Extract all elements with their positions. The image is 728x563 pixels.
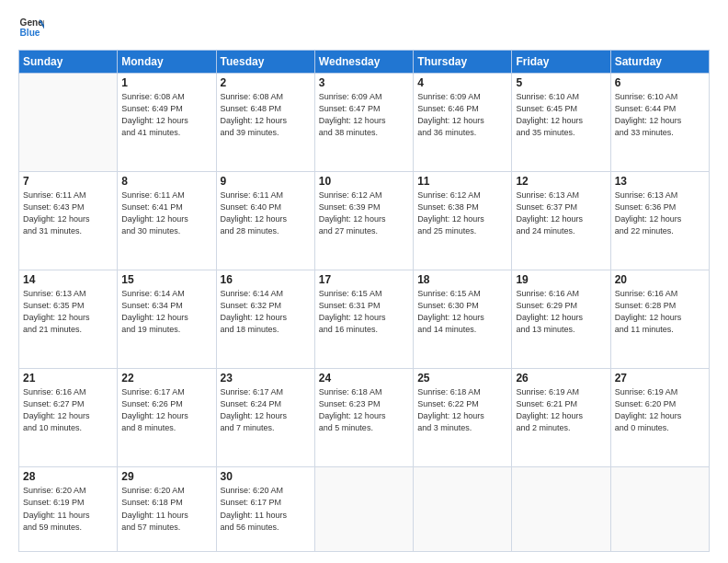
calendar-day-cell: 20Sunrise: 6:16 AMSunset: 6:28 PMDayligh… (610, 270, 709, 369)
calendar-table: SundayMondayTuesdayWednesdayThursdayFrid… (18, 50, 710, 552)
day-info: Sunrise: 6:08 AMSunset: 6:48 PMDaylight:… (221, 91, 311, 139)
day-info: Sunrise: 6:10 AMSunset: 6:44 PMDaylight:… (615, 91, 705, 139)
day-number: 22 (121, 372, 211, 385)
svg-text:General: General (20, 17, 44, 28)
calendar-day-cell: 17Sunrise: 6:15 AMSunset: 6:31 PMDayligh… (314, 270, 413, 369)
calendar-week-row: 14Sunrise: 6:13 AMSunset: 6:35 PMDayligh… (19, 270, 710, 369)
day-info: Sunrise: 6:10 AMSunset: 6:45 PMDaylight:… (516, 91, 606, 139)
day-info: Sunrise: 6:15 AMSunset: 6:31 PMDaylight:… (319, 288, 409, 336)
calendar-day-cell: 29Sunrise: 6:20 AMSunset: 6:18 PMDayligh… (118, 467, 216, 552)
day-number: 17 (319, 273, 409, 286)
calendar-day-cell (314, 467, 413, 552)
day-number: 10 (319, 175, 409, 188)
calendar-day-cell (414, 467, 512, 552)
day-number: 16 (221, 273, 311, 286)
day-info: Sunrise: 6:16 AMSunset: 6:27 PMDaylight:… (23, 386, 113, 434)
day-info: Sunrise: 6:16 AMSunset: 6:29 PMDaylight:… (516, 288, 606, 336)
calendar-week-row: 7Sunrise: 6:11 AMSunset: 6:43 PMDaylight… (19, 172, 710, 270)
day-number: 8 (121, 175, 211, 188)
calendar-day-cell: 6Sunrise: 6:10 AMSunset: 6:44 PMDaylight… (610, 74, 709, 172)
calendar-day-cell: 14Sunrise: 6:13 AMSunset: 6:35 PMDayligh… (19, 270, 118, 369)
calendar-day-cell: 7Sunrise: 6:11 AMSunset: 6:43 PMDaylight… (19, 172, 118, 270)
calendar-weekday-header: Thursday (414, 51, 512, 74)
day-info: Sunrise: 6:17 AMSunset: 6:26 PMDaylight:… (121, 386, 211, 434)
calendar-day-cell: 9Sunrise: 6:11 AMSunset: 6:40 PMDaylight… (216, 172, 314, 270)
calendar-header-row: SundayMondayTuesdayWednesdayThursdayFrid… (19, 51, 710, 74)
calendar-day-cell: 1Sunrise: 6:08 AMSunset: 6:49 PMDaylight… (118, 74, 216, 172)
day-number: 23 (221, 372, 311, 385)
day-info: Sunrise: 6:16 AMSunset: 6:28 PMDaylight:… (615, 288, 705, 336)
day-number: 18 (417, 273, 507, 286)
calendar-weekday-header: Sunday (19, 51, 118, 74)
day-number: 26 (516, 372, 606, 385)
calendar-week-row: 1Sunrise: 6:08 AMSunset: 6:49 PMDaylight… (19, 74, 710, 172)
day-number: 13 (615, 175, 705, 188)
day-info: Sunrise: 6:19 AMSunset: 6:21 PMDaylight:… (516, 386, 606, 434)
calendar-day-cell: 4Sunrise: 6:09 AMSunset: 6:46 PMDaylight… (414, 74, 512, 172)
day-info: Sunrise: 6:08 AMSunset: 6:49 PMDaylight:… (121, 91, 211, 139)
calendar-week-row: 21Sunrise: 6:16 AMSunset: 6:27 PMDayligh… (19, 369, 710, 467)
day-info: Sunrise: 6:12 AMSunset: 6:39 PMDaylight:… (319, 190, 409, 237)
calendar-day-cell (19, 74, 118, 172)
day-number: 1 (121, 76, 211, 89)
day-info: Sunrise: 6:14 AMSunset: 6:34 PMDaylight:… (121, 288, 211, 336)
calendar-day-cell: 5Sunrise: 6:10 AMSunset: 6:45 PMDaylight… (512, 74, 610, 172)
day-info: Sunrise: 6:09 AMSunset: 6:46 PMDaylight:… (417, 91, 507, 139)
page: General Blue SundayMondayTuesdayWednesda… (0, 0, 728, 563)
calendar-day-cell: 25Sunrise: 6:18 AMSunset: 6:22 PMDayligh… (414, 369, 512, 467)
day-info: Sunrise: 6:13 AMSunset: 6:37 PMDaylight:… (516, 190, 606, 237)
day-number: 7 (23, 175, 113, 188)
day-number: 5 (516, 76, 606, 89)
calendar-day-cell: 16Sunrise: 6:14 AMSunset: 6:32 PMDayligh… (216, 270, 314, 369)
day-info: Sunrise: 6:11 AMSunset: 6:43 PMDaylight:… (23, 190, 113, 237)
calendar-day-cell: 24Sunrise: 6:18 AMSunset: 6:23 PMDayligh… (314, 369, 413, 467)
calendar-day-cell: 10Sunrise: 6:12 AMSunset: 6:39 PMDayligh… (314, 172, 413, 270)
day-number: 11 (417, 175, 507, 188)
calendar-weekday-header: Tuesday (216, 51, 314, 74)
day-number: 28 (23, 470, 113, 483)
day-info: Sunrise: 6:20 AMSunset: 6:19 PMDaylight:… (23, 485, 113, 533)
calendar-day-cell (512, 467, 610, 552)
day-number: 9 (221, 175, 311, 188)
day-number: 20 (615, 273, 705, 286)
day-number: 2 (221, 76, 311, 89)
day-number: 30 (221, 470, 311, 483)
day-info: Sunrise: 6:11 AMSunset: 6:40 PMDaylight:… (221, 190, 311, 237)
day-number: 19 (516, 273, 606, 286)
calendar-day-cell: 26Sunrise: 6:19 AMSunset: 6:21 PMDayligh… (512, 369, 610, 467)
day-info: Sunrise: 6:18 AMSunset: 6:22 PMDaylight:… (417, 386, 507, 434)
day-number: 3 (319, 76, 409, 89)
calendar-day-cell: 12Sunrise: 6:13 AMSunset: 6:37 PMDayligh… (512, 172, 610, 270)
calendar-day-cell: 19Sunrise: 6:16 AMSunset: 6:29 PMDayligh… (512, 270, 610, 369)
calendar-day-cell: 15Sunrise: 6:14 AMSunset: 6:34 PMDayligh… (118, 270, 216, 369)
logo: General Blue (18, 15, 48, 40)
day-info: Sunrise: 6:19 AMSunset: 6:20 PMDaylight:… (615, 386, 705, 434)
day-info: Sunrise: 6:14 AMSunset: 6:32 PMDaylight:… (221, 288, 311, 336)
calendar-day-cell: 11Sunrise: 6:12 AMSunset: 6:38 PMDayligh… (414, 172, 512, 270)
day-number: 27 (615, 372, 705, 385)
calendar-day-cell: 2Sunrise: 6:08 AMSunset: 6:48 PMDaylight… (216, 74, 314, 172)
calendar-day-cell: 28Sunrise: 6:20 AMSunset: 6:19 PMDayligh… (19, 467, 118, 552)
day-info: Sunrise: 6:18 AMSunset: 6:23 PMDaylight:… (319, 386, 409, 434)
calendar-day-cell: 21Sunrise: 6:16 AMSunset: 6:27 PMDayligh… (19, 369, 118, 467)
day-number: 12 (516, 175, 606, 188)
day-info: Sunrise: 6:20 AMSunset: 6:17 PMDaylight:… (221, 485, 311, 533)
day-info: Sunrise: 6:20 AMSunset: 6:18 PMDaylight:… (121, 485, 211, 533)
calendar-day-cell: 8Sunrise: 6:11 AMSunset: 6:41 PMDaylight… (118, 172, 216, 270)
header: General Blue (18, 15, 710, 40)
day-info: Sunrise: 6:13 AMSunset: 6:35 PMDaylight:… (23, 288, 113, 336)
day-info: Sunrise: 6:11 AMSunset: 6:41 PMDaylight:… (121, 190, 211, 237)
calendar-day-cell (610, 467, 709, 552)
day-info: Sunrise: 6:15 AMSunset: 6:30 PMDaylight:… (417, 288, 507, 336)
day-number: 6 (615, 76, 705, 89)
calendar-day-cell: 22Sunrise: 6:17 AMSunset: 6:26 PMDayligh… (118, 369, 216, 467)
day-number: 4 (417, 76, 507, 89)
day-info: Sunrise: 6:17 AMSunset: 6:24 PMDaylight:… (221, 386, 311, 434)
day-number: 24 (319, 372, 409, 385)
calendar-day-cell: 27Sunrise: 6:19 AMSunset: 6:20 PMDayligh… (610, 369, 709, 467)
day-info: Sunrise: 6:09 AMSunset: 6:47 PMDaylight:… (319, 91, 409, 139)
day-number: 25 (417, 372, 507, 385)
calendar-weekday-header: Wednesday (314, 51, 413, 74)
calendar-weekday-header: Saturday (610, 51, 709, 74)
svg-text:Blue: Blue (20, 28, 40, 38)
